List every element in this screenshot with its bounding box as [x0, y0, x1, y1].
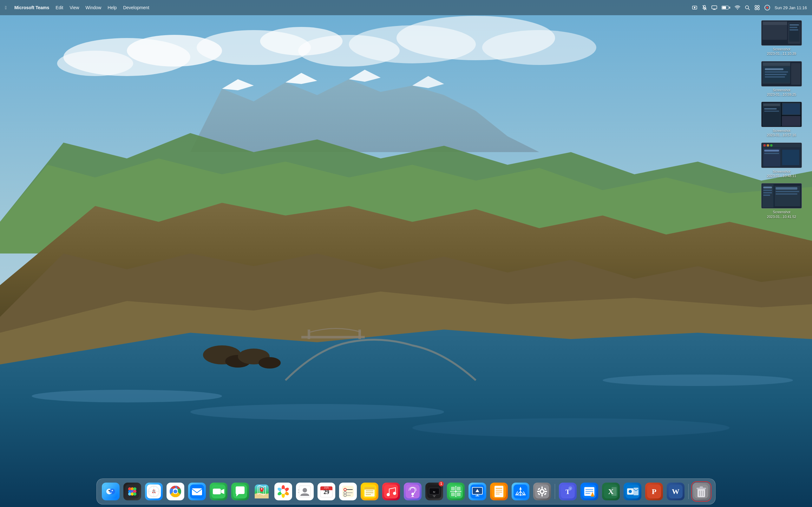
svg-rect-92 [763, 194, 770, 196]
dock-item-taskexplorer[interactable] [579, 481, 600, 502]
svg-rect-230 [612, 487, 617, 496]
svg-point-9 [482, 30, 596, 65]
appletv-badge: 1 [439, 481, 444, 487]
svg-rect-189 [451, 487, 455, 491]
svg-rect-79 [770, 144, 773, 147]
svg-rect-58 [763, 62, 791, 66]
photos-icon [274, 483, 292, 500]
mail-icon [188, 483, 206, 500]
window-menu[interactable]: Window [86, 5, 101, 10]
dock-item-facetime[interactable] [208, 481, 229, 502]
dock-item-calendar[interactable]: 29 JAN [316, 481, 337, 502]
dock-item-safari[interactable] [144, 481, 164, 502]
desktop-icon-screenshot-1[interactable]: Screenshot2023-01...11.10.39 [756, 19, 807, 57]
svg-rect-190 [457, 487, 461, 491]
dock-item-outlook[interactable] [622, 481, 643, 502]
svg-rect-53 [790, 24, 799, 26]
svg-point-233 [629, 490, 632, 493]
desktop-icon-screenshot-4[interactable]: Screenshot2023-01...10.48.11 [756, 141, 807, 180]
svg-line-41 [748, 9, 750, 10]
display-icon [711, 5, 717, 10]
dock-item-podcasts[interactable] [403, 481, 423, 502]
screenshot-label-2: Screenshot2023-01...10.59.25 [767, 88, 796, 97]
trash-icon [693, 483, 710, 500]
dock-item-systemprefs[interactable] [532, 481, 552, 502]
svg-point-171 [387, 493, 390, 496]
appstore-icon [512, 483, 529, 500]
apple-menu[interactable]:  [5, 5, 7, 10]
svg-point-45 [757, 8, 759, 10]
dock-item-launchpad[interactable] [122, 481, 142, 502]
svg-text:29: 29 [323, 489, 329, 495]
dock-item-mail[interactable] [187, 481, 207, 502]
numbers-icon [447, 483, 465, 500]
svg-point-21 [32, 390, 222, 402]
svg-text:T: T [570, 488, 571, 490]
svg-text:P: P [652, 487, 657, 496]
dock-item-chrome[interactable] [165, 481, 186, 502]
dock-item-keynote[interactable] [467, 481, 488, 502]
development-menu[interactable]: Development [123, 5, 149, 10]
dock-item-messages[interactable] [230, 481, 250, 502]
battery-icon [722, 6, 730, 9]
svg-point-147 [303, 488, 307, 493]
dock-item-word[interactable]: W [665, 481, 686, 502]
dock-item-appstore[interactable] [510, 481, 531, 502]
svg-rect-211 [542, 494, 543, 497]
pages-icon [490, 483, 508, 500]
svg-rect-148 [298, 489, 299, 491]
chrome-icon [166, 483, 184, 500]
edit-menu[interactable]: Edit [55, 5, 63, 10]
svg-rect-91 [763, 192, 772, 193]
landscape-illustration [0, 0, 812, 507]
dock-item-maps[interactable] [252, 481, 272, 502]
messages-icon [231, 483, 249, 500]
menubar:  Microsoft Teams Edit View Window Help … [0, 0, 812, 15]
desktop-icon-screenshot-2[interactable]: Screenshot2023-01...10.59.25 [756, 60, 807, 98]
help-menu[interactable]: Help [107, 5, 117, 10]
dock-item-contacts[interactable] [295, 481, 315, 502]
dock-item-teams[interactable]: T T [558, 481, 578, 502]
dock-item-powerpoint[interactable]: P [644, 481, 664, 502]
svg-point-124 [173, 490, 177, 493]
view-menu[interactable]: View [69, 5, 79, 10]
siri-icon[interactable] [764, 5, 770, 10]
svg-rect-83 [764, 153, 779, 154]
launchpad-icon [123, 483, 141, 500]
dock-item-trash[interactable] [691, 481, 711, 502]
svg-point-112 [133, 493, 136, 496]
svg-rect-166 [364, 487, 374, 490]
taskexplorer-icon [580, 483, 598, 500]
keynote-icon [468, 483, 486, 500]
desktop-icon-screenshot-3[interactable]: Screenshot2023-01...10.57.16 [756, 101, 807, 139]
dock-separator [555, 484, 555, 499]
maps-icon [253, 483, 270, 500]
desktop-icon-screenshot-5[interactable]: Screenshot2023-01...10.41.52 [756, 182, 807, 220]
svg-rect-54 [790, 27, 797, 28]
svg-point-136 [261, 488, 262, 490]
dock-item-music[interactable] [381, 481, 401, 502]
svg-rect-242 [700, 487, 703, 488]
spotlight-icon[interactable] [745, 5, 750, 10]
dock-item-finder[interactable] [101, 481, 121, 502]
dock-item-reminders[interactable] [338, 481, 358, 502]
svg-rect-29 [301, 336, 365, 338]
dock-item-appletv[interactable]: 1 tv [424, 481, 444, 502]
svg-point-144 [281, 489, 286, 494]
dock-item-pages[interactable] [489, 481, 509, 502]
svg-point-47 [766, 7, 768, 9]
desktop-icons-area: Screenshot2023-01...11.10.39 Screenshot2… [756, 19, 807, 220]
svg-point-101 [108, 490, 110, 491]
app-name[interactable]: Microsoft Teams [14, 5, 49, 10]
screenshot-label-3: Screenshot2023-01...10.57.16 [767, 128, 796, 137]
dock-item-photos[interactable] [273, 481, 293, 502]
svg-rect-78 [767, 144, 769, 147]
svg-rect-37 [712, 6, 717, 9]
svg-rect-89 [763, 187, 772, 188]
dock-item-excel[interactable]: X [601, 481, 621, 502]
svg-rect-72 [764, 108, 776, 110]
svg-point-174 [411, 493, 414, 495]
dock-item-notes[interactable] [359, 481, 380, 502]
dock-item-numbers[interactable] [446, 481, 466, 502]
control-center-icon[interactable] [754, 5, 760, 10]
